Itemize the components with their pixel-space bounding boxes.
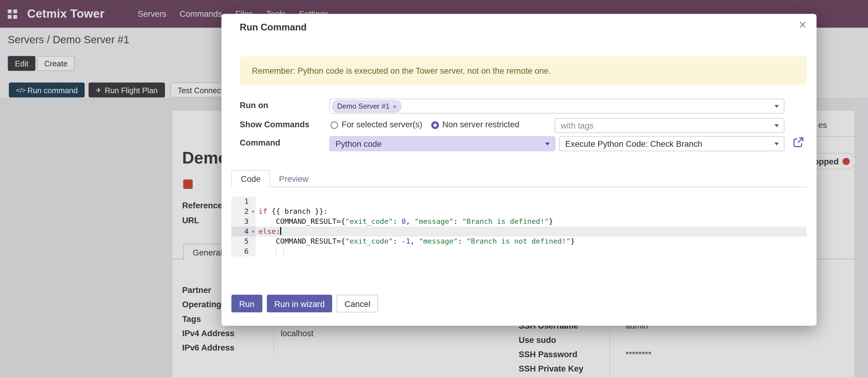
code-line[interactable]: COMMAND_RESULT={"exit_code": -1, "messag…: [256, 237, 807, 246]
code-token: ,: [410, 237, 419, 245]
code-token: "message": [414, 217, 454, 225]
code-token: COMMAND_RESULT={: [258, 217, 345, 225]
command-select-value: Execute Python Code: Check Branch: [565, 139, 702, 149]
code-line[interactable]: else:: [256, 227, 807, 237]
radio-non-server-restricted[interactable]: [431, 121, 439, 129]
page: Cetmix Tower Servers Commands Files Tool…: [0, 0, 868, 377]
show-commands-label: Show Commands: [240, 120, 310, 129]
dropdown-caret-icon[interactable]: [775, 142, 779, 145]
dropdown-caret-icon[interactable]: [775, 124, 779, 127]
code-token: "Branch is defined!": [462, 217, 549, 225]
command-label: Command: [240, 138, 280, 147]
gutter-line-number: 3: [231, 216, 256, 227]
fold-arrow-icon[interactable]: ▾: [252, 206, 255, 216]
open-record-external-link-icon[interactable]: [792, 136, 804, 148]
command-select[interactable]: Execute Python Code: Check Branch: [559, 136, 784, 151]
dropdown-caret-icon[interactable]: [546, 142, 550, 145]
code-token: "message": [419, 237, 458, 245]
run-on-field[interactable]: Demo Server #1 ×: [329, 99, 784, 114]
code-token: :: [393, 217, 401, 225]
selected-server-tag-label: Demo Server #1: [337, 102, 390, 110]
indent-guide: [283, 248, 284, 255]
command-type-select[interactable]: Python code: [329, 136, 555, 151]
run-command-modal: Run Command × Remember: Python code is e…: [222, 14, 816, 325]
fold-arrow-icon[interactable]: ▾: [252, 227, 255, 237]
gutter-line-number: 4▾: [231, 227, 256, 237]
code-token: COMMAND_RESULT={: [258, 237, 345, 245]
editor-gutter: 12▾34▾56: [231, 197, 256, 256]
text-cursor: [280, 227, 281, 235]
code-editor[interactable]: 12▾34▾56 if {{ branch }}: COMMAND_RESULT…: [231, 197, 807, 259]
tab-code[interactable]: Code: [231, 170, 270, 187]
with-tags-placeholder: with tags: [561, 121, 594, 130]
gutter-line-number: 2▾: [231, 206, 256, 216]
gutter-line-number: 1: [231, 197, 256, 207]
code-token: "exit_code": [345, 237, 393, 245]
code-token: if: [258, 207, 267, 215]
code-line[interactable]: COMMAND_RESULT={"exit_code": 0, "message…: [256, 216, 807, 227]
tab-preview[interactable]: Preview: [270, 170, 317, 187]
code-token: :: [393, 237, 401, 245]
modal-footer: Run Run in wizard Cancel: [231, 295, 378, 313]
modal-title: Run Command: [240, 22, 307, 33]
editor-code: if {{ branch }}: COMMAND_RESULT={"exit_c…: [256, 197, 807, 256]
code-token: -1: [401, 237, 410, 245]
remove-tag-icon[interactable]: ×: [393, 103, 397, 109]
gutter-line-number: 6: [231, 246, 256, 256]
code-token: :: [458, 237, 466, 245]
code-token: :: [276, 227, 280, 235]
code-token: else: [258, 227, 276, 235]
run-button[interactable]: Run: [231, 295, 262, 313]
code-line[interactable]: [256, 197, 807, 207]
run-in-wizard-button[interactable]: Run in wizard: [267, 295, 332, 313]
cancel-button[interactable]: Cancel: [337, 295, 378, 313]
code-token: "exit_code": [345, 217, 393, 225]
command-type-value: Python code: [335, 139, 382, 149]
alert-text: Remember: Python code is executed on the…: [252, 66, 551, 75]
with-tags-dropdown[interactable]: with tags: [555, 118, 785, 133]
radio-for-selected-servers[interactable]: [331, 121, 338, 129]
code-token: {{ branch }}:: [267, 207, 328, 215]
gutter-line-number: 5: [231, 237, 256, 246]
code-token: }: [549, 217, 553, 225]
run-on-label: Run on: [240, 100, 269, 110]
code-token: "Branch is not defined!": [467, 237, 571, 245]
selected-server-tag: Demo Server #1 ×: [332, 100, 401, 112]
radio-for-selected-servers-label[interactable]: For selected server(s): [341, 120, 422, 129]
radio-non-server-restricted-label[interactable]: Non server restricted: [442, 120, 519, 129]
code-line[interactable]: [256, 246, 807, 256]
code-token: 0: [401, 217, 406, 225]
python-warning-alert: Remember: Python code is executed on the…: [240, 57, 807, 85]
code-line[interactable]: if {{ branch }}:: [256, 206, 807, 216]
indent-guide: [276, 248, 276, 255]
code-token: :: [454, 217, 462, 225]
code-token: }: [570, 237, 575, 245]
dropdown-caret-icon[interactable]: [775, 105, 779, 108]
modal-tabs: Code Preview: [231, 170, 807, 187]
close-icon[interactable]: ×: [799, 18, 807, 32]
code-token: ,: [406, 217, 414, 225]
